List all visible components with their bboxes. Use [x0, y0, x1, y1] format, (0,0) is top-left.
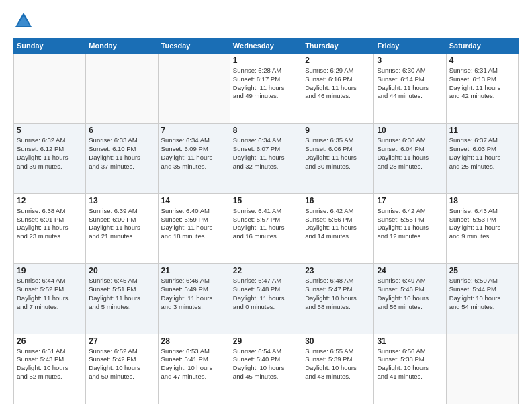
day-info: Sunrise: 6:43 AM Sunset: 5:53 PM Dayligh…: [449, 207, 515, 241]
calendar-cell: 29Sunrise: 6:54 AM Sunset: 5:40 PM Dayli…: [230, 334, 302, 404]
day-info: Sunrise: 6:53 AM Sunset: 5:41 PM Dayligh…: [161, 347, 227, 381]
day-number: 17: [377, 196, 443, 205]
day-info: Sunrise: 6:54 AM Sunset: 5:40 PM Dayligh…: [233, 347, 299, 381]
day-info: Sunrise: 6:51 AM Sunset: 5:43 PM Dayligh…: [17, 347, 83, 381]
calendar-cell: 5Sunrise: 6:32 AM Sunset: 6:12 PM Daylig…: [14, 124, 86, 193]
header: [13, 11, 519, 31]
weekday-header: Wednesday: [230, 38, 302, 54]
day-number: 26: [17, 336, 83, 346]
calendar-week-row: 26Sunrise: 6:51 AM Sunset: 5:43 PM Dayli…: [14, 334, 519, 404]
calendar-cell: 12Sunrise: 6:38 AM Sunset: 6:01 PM Dayli…: [14, 193, 86, 263]
day-info: Sunrise: 6:47 AM Sunset: 5:48 PM Dayligh…: [233, 277, 299, 311]
day-info: Sunrise: 6:48 AM Sunset: 5:47 PM Dayligh…: [305, 277, 371, 311]
day-number: 13: [89, 196, 154, 205]
day-info: Sunrise: 6:52 AM Sunset: 5:42 PM Dayligh…: [89, 347, 154, 381]
calendar-week-row: 1Sunrise: 6:28 AM Sunset: 6:17 PM Daylig…: [14, 54, 519, 124]
day-number: 2: [305, 56, 371, 65]
calendar-cell: 11Sunrise: 6:37 AM Sunset: 6:03 PM Dayli…: [446, 124, 518, 193]
calendar-cell: 24Sunrise: 6:49 AM Sunset: 5:46 PM Dayli…: [374, 264, 446, 334]
calendar-cell: 3Sunrise: 6:30 AM Sunset: 6:14 PM Daylig…: [374, 54, 446, 124]
calendar-cell: 13Sunrise: 6:39 AM Sunset: 6:00 PM Dayli…: [86, 193, 158, 263]
day-info: Sunrise: 6:30 AM Sunset: 6:14 PM Dayligh…: [377, 66, 443, 101]
day-info: Sunrise: 6:39 AM Sunset: 6:00 PM Dayligh…: [89, 207, 154, 241]
day-info: Sunrise: 6:35 AM Sunset: 6:06 PM Dayligh…: [305, 136, 371, 171]
day-info: Sunrise: 6:55 AM Sunset: 5:39 PM Dayligh…: [305, 347, 371, 381]
day-info: Sunrise: 6:42 AM Sunset: 5:55 PM Dayligh…: [377, 207, 443, 241]
day-number: 20: [89, 266, 154, 275]
calendar-cell: 16Sunrise: 6:42 AM Sunset: 5:56 PM Dayli…: [302, 193, 374, 263]
day-info: Sunrise: 6:28 AM Sunset: 6:17 PM Dayligh…: [233, 66, 299, 101]
day-number: 22: [233, 266, 299, 275]
weekday-header: Monday: [86, 38, 158, 54]
day-number: 27: [89, 336, 154, 346]
calendar-table: SundayMondayTuesdayWednesdayThursdayFrid…: [13, 38, 519, 404]
calendar-cell: 8Sunrise: 6:34 AM Sunset: 6:07 PM Daylig…: [230, 124, 302, 193]
day-number: 9: [305, 126, 371, 135]
page: SundayMondayTuesdayWednesdayThursdayFrid…: [0, 0, 532, 411]
day-number: 16: [305, 196, 371, 205]
day-number: 1: [233, 56, 299, 65]
day-info: Sunrise: 6:29 AM Sunset: 6:16 PM Dayligh…: [305, 66, 371, 101]
calendar-week-row: 5Sunrise: 6:32 AM Sunset: 6:12 PM Daylig…: [14, 124, 519, 193]
day-number: 30: [305, 336, 371, 346]
day-info: Sunrise: 6:45 AM Sunset: 5:51 PM Dayligh…: [89, 277, 154, 311]
logo: [13, 11, 36, 31]
day-number: 29: [233, 336, 299, 346]
calendar-cell: [446, 334, 518, 404]
weekday-header: Saturday: [446, 38, 518, 54]
calendar-cell: 15Sunrise: 6:41 AM Sunset: 5:57 PM Dayli…: [230, 193, 302, 263]
day-info: Sunrise: 6:38 AM Sunset: 6:01 PM Dayligh…: [17, 207, 83, 241]
day-info: Sunrise: 6:42 AM Sunset: 5:56 PM Dayligh…: [305, 207, 371, 241]
day-number: 31: [377, 336, 443, 346]
day-number: 21: [161, 266, 227, 275]
day-info: Sunrise: 6:32 AM Sunset: 6:12 PM Dayligh…: [17, 136, 83, 171]
calendar-cell: 22Sunrise: 6:47 AM Sunset: 5:48 PM Dayli…: [230, 264, 302, 334]
calendar-cell: 1Sunrise: 6:28 AM Sunset: 6:17 PM Daylig…: [230, 54, 302, 124]
calendar-cell: [158, 54, 230, 124]
day-number: 25: [449, 266, 515, 275]
weekday-header: Tuesday: [158, 38, 230, 54]
calendar-cell: 14Sunrise: 6:40 AM Sunset: 5:59 PM Dayli…: [158, 193, 230, 263]
calendar-cell: 10Sunrise: 6:36 AM Sunset: 6:04 PM Dayli…: [374, 124, 446, 193]
day-number: 8: [233, 126, 299, 135]
calendar-cell: [86, 54, 158, 124]
day-number: 5: [17, 126, 83, 135]
logo-icon: [13, 11, 34, 31]
calendar-week-row: 12Sunrise: 6:38 AM Sunset: 6:01 PM Dayli…: [14, 193, 519, 263]
day-number: 6: [89, 126, 154, 135]
calendar-cell: 30Sunrise: 6:55 AM Sunset: 5:39 PM Dayli…: [302, 334, 374, 404]
day-number: 3: [377, 56, 443, 65]
calendar-cell: 7Sunrise: 6:34 AM Sunset: 6:09 PM Daylig…: [158, 124, 230, 193]
calendar-cell: 28Sunrise: 6:53 AM Sunset: 5:41 PM Dayli…: [158, 334, 230, 404]
day-number: 15: [233, 196, 299, 205]
day-info: Sunrise: 6:34 AM Sunset: 6:07 PM Dayligh…: [233, 136, 299, 171]
day-number: 10: [377, 126, 443, 135]
day-info: Sunrise: 6:33 AM Sunset: 6:10 PM Dayligh…: [89, 136, 154, 171]
calendar-header-row: SundayMondayTuesdayWednesdayThursdayFrid…: [14, 38, 519, 54]
day-info: Sunrise: 6:31 AM Sunset: 6:13 PM Dayligh…: [449, 66, 515, 101]
weekday-header: Friday: [374, 38, 446, 54]
day-number: 28: [161, 336, 227, 346]
calendar-cell: 31Sunrise: 6:56 AM Sunset: 5:38 PM Dayli…: [374, 334, 446, 404]
day-number: 23: [305, 266, 371, 275]
day-number: 12: [17, 196, 83, 205]
calendar-cell: 2Sunrise: 6:29 AM Sunset: 6:16 PM Daylig…: [302, 54, 374, 124]
day-number: 24: [377, 266, 443, 275]
calendar-cell: 4Sunrise: 6:31 AM Sunset: 6:13 PM Daylig…: [446, 54, 518, 124]
day-number: 7: [161, 126, 227, 135]
day-info: Sunrise: 6:41 AM Sunset: 5:57 PM Dayligh…: [233, 207, 299, 241]
calendar-week-row: 19Sunrise: 6:44 AM Sunset: 5:52 PM Dayli…: [14, 264, 519, 334]
calendar-cell: 17Sunrise: 6:42 AM Sunset: 5:55 PM Dayli…: [374, 193, 446, 263]
calendar-cell: 26Sunrise: 6:51 AM Sunset: 5:43 PM Dayli…: [14, 334, 86, 404]
calendar-cell: 6Sunrise: 6:33 AM Sunset: 6:10 PM Daylig…: [86, 124, 158, 193]
day-info: Sunrise: 6:34 AM Sunset: 6:09 PM Dayligh…: [161, 136, 227, 171]
calendar-cell: [14, 54, 86, 124]
calendar-cell: 20Sunrise: 6:45 AM Sunset: 5:51 PM Dayli…: [86, 264, 158, 334]
day-info: Sunrise: 6:40 AM Sunset: 5:59 PM Dayligh…: [161, 207, 227, 241]
calendar-cell: 27Sunrise: 6:52 AM Sunset: 5:42 PM Dayli…: [86, 334, 158, 404]
calendar-cell: 9Sunrise: 6:35 AM Sunset: 6:06 PM Daylig…: [302, 124, 374, 193]
calendar-cell: 21Sunrise: 6:46 AM Sunset: 5:49 PM Dayli…: [158, 264, 230, 334]
day-number: 14: [161, 196, 227, 205]
calendar-cell: 23Sunrise: 6:48 AM Sunset: 5:47 PM Dayli…: [302, 264, 374, 334]
day-info: Sunrise: 6:37 AM Sunset: 6:03 PM Dayligh…: [449, 136, 515, 171]
